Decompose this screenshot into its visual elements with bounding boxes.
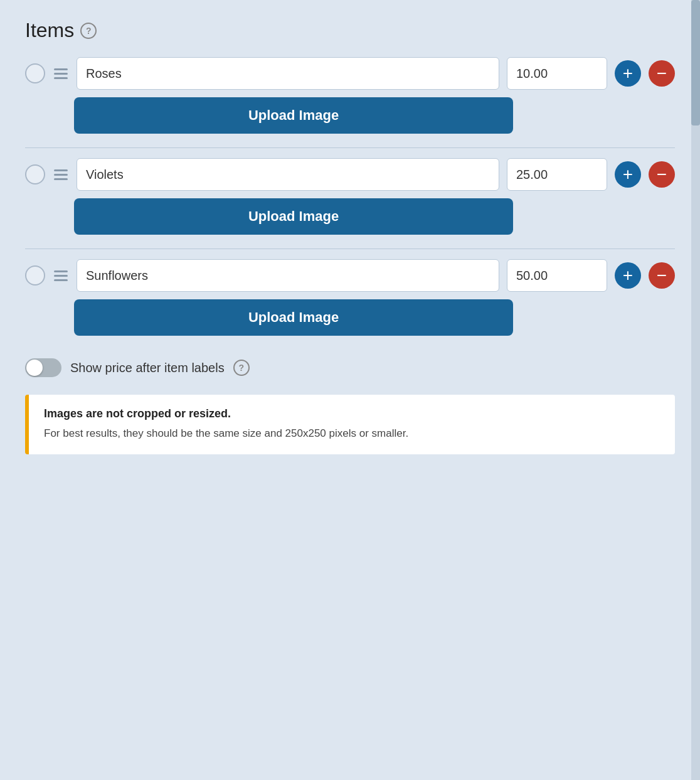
item-name-input-2[interactable] xyxy=(77,158,499,191)
info-box-body: For best results, they should be the sam… xyxy=(44,425,660,442)
item-name-input-3[interactable] xyxy=(77,259,499,292)
item-radio-3[interactable] xyxy=(25,265,45,286)
item-controls-row: + − xyxy=(25,259,675,292)
item-name-input-1[interactable] xyxy=(77,57,499,90)
list-item: + − Upload Image xyxy=(25,147,675,245)
info-box: Images are not cropped or resized. For b… xyxy=(25,395,675,454)
drag-handle-2[interactable] xyxy=(53,167,69,183)
list-item: + − Upload Image xyxy=(25,57,675,144)
toggle-row: Show price after item labels ? xyxy=(25,358,675,377)
item-price-input-1[interactable] xyxy=(507,57,607,90)
drag-handle-3[interactable] xyxy=(53,268,69,284)
scrollbar-track[interactable] xyxy=(691,0,700,780)
item-controls-row: + − xyxy=(25,57,675,90)
item-radio-1[interactable] xyxy=(25,63,45,83)
item-price-input-2[interactable] xyxy=(507,158,607,191)
upload-image-button-2[interactable]: Upload Image xyxy=(74,198,513,235)
upload-image-button-1[interactable]: Upload Image xyxy=(74,97,513,134)
toggle-help-icon[interactable]: ? xyxy=(233,360,250,376)
add-item-button-3[interactable]: + xyxy=(615,262,641,289)
section-header: Items ? xyxy=(25,19,675,42)
item-controls-row: + − xyxy=(25,158,675,191)
scrollbar-thumb[interactable] xyxy=(691,0,700,126)
page-container: Items ? + − Upload Image xyxy=(0,0,700,780)
toggle-thumb xyxy=(26,360,43,376)
section-title: Items xyxy=(25,19,74,42)
add-item-button-1[interactable]: + xyxy=(615,60,641,87)
remove-item-button-3[interactable]: − xyxy=(649,262,675,289)
drag-handle-1[interactable] xyxy=(53,66,69,82)
toggle-label: Show price after item labels xyxy=(70,361,225,375)
remove-item-button-1[interactable]: − xyxy=(649,60,675,87)
add-item-button-2[interactable]: + xyxy=(615,161,641,188)
upload-image-button-3[interactable]: Upload Image xyxy=(74,299,513,336)
items-list: + − Upload Image + − Upl xyxy=(25,57,675,346)
info-box-title: Images are not cropped or resized. xyxy=(44,407,660,420)
section-help-icon[interactable]: ? xyxy=(80,23,97,39)
remove-item-button-2[interactable]: − xyxy=(649,161,675,188)
list-item: + − Upload Image xyxy=(25,248,675,346)
item-radio-2[interactable] xyxy=(25,164,45,184)
show-price-toggle[interactable] xyxy=(25,358,61,377)
item-price-input-3[interactable] xyxy=(507,259,607,292)
